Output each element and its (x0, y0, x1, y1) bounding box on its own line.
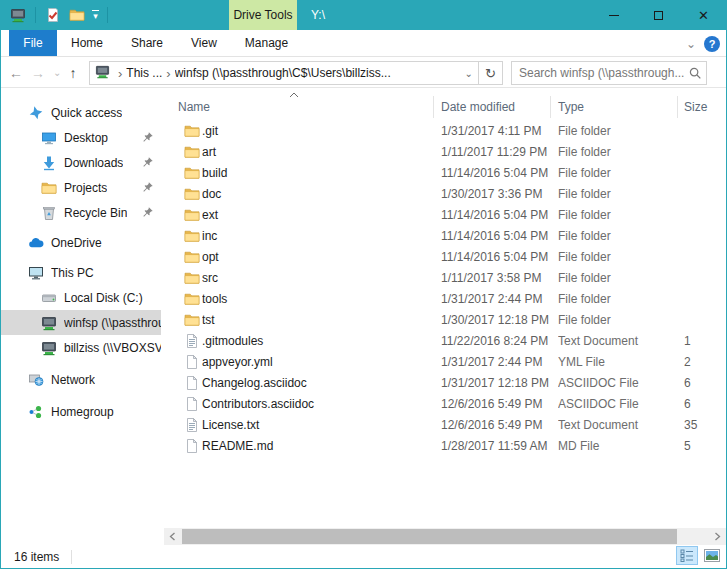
file-type-icon (184, 396, 200, 412)
column-header-size[interactable]: Size (678, 96, 727, 118)
tab-home[interactable]: Home (57, 30, 117, 56)
file-row[interactable]: build 11/14/2016 5:04 PM File folder (161, 163, 726, 184)
large-icons-view-button[interactable] (701, 546, 723, 565)
sidebar-item-local-disk-c[interactable]: Local Disk (C:) (1, 285, 161, 310)
file-type: Text Document (558, 331, 678, 352)
breadcrumb-this-pc[interactable]: This ... (126, 66, 162, 80)
column-headers: Name Date modified Type Size (161, 96, 726, 121)
sidebar-item-recycle-bin[interactable]: Recycle Bin (1, 200, 161, 225)
recycle-bin-icon (41, 205, 57, 221)
file-date-modified: 1/31/2017 2:44 PM (441, 289, 553, 310)
address-bar[interactable]: › This ... › winfsp (\\passthrough\C$\Us… (89, 61, 503, 85)
tab-file[interactable]: File (9, 30, 57, 56)
file-row[interactable]: opt 11/14/2016 5:04 PM File folder (161, 247, 726, 268)
file-size: 2 (684, 352, 724, 373)
breadcrumb-current-folder[interactable]: winfsp (\\passthrough\C$\Users\billziss.… (175, 66, 460, 80)
sidebar-item-quick-access[interactable]: Quick access (1, 100, 161, 125)
file-row[interactable]: inc 11/14/2016 5:04 PM File folder (161, 226, 726, 247)
file-row[interactable]: Contributors.asciidoc 12/6/2016 5:49 PM … (161, 394, 726, 415)
file-size (684, 289, 724, 310)
search-input[interactable] (512, 66, 684, 80)
file-type-icon (184, 249, 200, 265)
file-row[interactable]: tst 1/30/2017 12:18 PM File folder (161, 310, 726, 331)
search-icon[interactable] (684, 67, 706, 80)
scroll-left-icon[interactable] (164, 528, 181, 545)
column-header-name[interactable]: Name (161, 96, 434, 118)
file-row[interactable]: tools 1/31/2017 2:44 PM File folder (161, 289, 726, 310)
ribbon-collapse-icon[interactable]: ⌄ (686, 37, 696, 51)
sidebar-item-onedrive[interactable]: OneDrive (1, 230, 161, 255)
onedrive-cloud-icon (28, 235, 44, 251)
file-row[interactable]: art 1/11/2017 11:29 PM File folder (161, 142, 726, 163)
sidebar-item-winfsp-drive[interactable]: winfsp (\\passthrou (1, 310, 161, 335)
file-name: tools (202, 289, 432, 310)
sidebar-item-projects[interactable]: Projects (1, 175, 161, 200)
file-type-icon (184, 375, 200, 391)
file-date-modified: 1/31/2017 12:18 PM (441, 373, 553, 394)
close-button[interactable]: ✕ (681, 0, 726, 30)
file-type-icon (184, 228, 200, 244)
desktop-icon (41, 130, 57, 146)
up-icon[interactable]: ↑ (69, 65, 76, 81)
file-date-modified: 1/28/2017 11:59 AM (441, 436, 553, 457)
file-row[interactable]: Changelog.asciidoc 1/31/2017 12:18 PM AS… (161, 373, 726, 394)
new-folder-icon[interactable] (68, 6, 86, 24)
file-date-modified: 12/6/2016 5:49 PM (441, 415, 553, 436)
minimize-button[interactable] (591, 0, 636, 30)
file-date-modified: 1/11/2017 3:58 PM (441, 268, 553, 289)
back-icon[interactable]: ← (9, 65, 23, 81)
maximize-icon (654, 11, 663, 20)
breadcrumb-chevron-icon: › (162, 66, 174, 81)
file-name: src (202, 268, 432, 289)
tab-share[interactable]: Share (117, 30, 177, 56)
file-row[interactable]: src 1/11/2017 3:58 PM File folder (161, 268, 726, 289)
properties-check-icon[interactable] (44, 6, 62, 24)
file-row[interactable]: License.txt 12/6/2016 5:49 PM Text Docum… (161, 415, 726, 436)
status-separator (71, 550, 72, 564)
column-header-date-modified[interactable]: Date modified (434, 96, 551, 118)
file-size: 6 (684, 373, 724, 394)
sidebar-item-downloads[interactable]: Downloads (1, 150, 161, 175)
file-name: opt (202, 247, 432, 268)
address-dropdown-icon[interactable]: ⌄ (460, 68, 478, 79)
tab-view[interactable]: View (177, 30, 231, 56)
file-size (684, 268, 724, 289)
details-view-button[interactable] (676, 546, 698, 565)
file-type: File folder (558, 247, 678, 268)
sidebar-item-homegroup[interactable]: Homegroup (1, 399, 161, 424)
sidebar-item-network[interactable]: Network (1, 367, 161, 392)
title-bar[interactable]: ▾ Drive Tools Y:\ ✕ (1, 0, 726, 30)
maximize-button[interactable] (636, 0, 681, 30)
file-size (684, 163, 724, 184)
file-type-icon (184, 270, 200, 286)
drive-tools-contextual-tab[interactable]: Drive Tools (229, 0, 297, 30)
sidebar-item-desktop[interactable]: Desktop (1, 125, 161, 150)
file-type: File folder (558, 184, 678, 205)
file-size (684, 142, 724, 163)
file-type: File folder (558, 205, 678, 226)
file-row[interactable]: .gitmodules 11/22/2016 8:24 PM Text Docu… (161, 331, 726, 352)
file-name: Contributors.asciidoc (202, 394, 432, 415)
sidebar-item-this-pc[interactable]: This PC (1, 260, 161, 285)
tab-manage[interactable]: Manage (231, 30, 302, 56)
file-type: MD File (558, 436, 678, 457)
location-drive-icon (95, 64, 110, 82)
scroll-right-icon[interactable] (709, 528, 726, 545)
network-icon (28, 372, 44, 388)
refresh-icon[interactable]: ↻ (478, 62, 502, 84)
file-type-icon (184, 207, 200, 223)
file-size (684, 121, 724, 142)
file-row[interactable]: doc 1/30/2017 3:36 PM File folder (161, 184, 726, 205)
file-row[interactable]: README.md 1/28/2017 11:59 AM MD File 5 (161, 436, 726, 457)
sidebar-item-billziss-drive[interactable]: billziss (\\VBOXSVR) (1, 335, 161, 360)
qat-customize-dropdown-icon[interactable]: ▾ (92, 10, 99, 21)
file-row[interactable]: .git 1/31/2017 4:11 PM File folder (161, 121, 726, 142)
horizontal-scrollbar[interactable] (164, 528, 726, 545)
this-pc-icon (28, 265, 44, 281)
file-name: Changelog.asciidoc (202, 373, 432, 394)
column-header-type[interactable]: Type (551, 96, 678, 118)
file-row[interactable]: appveyor.yml 1/31/2017 2:44 PM YML File … (161, 352, 726, 373)
scrollbar-thumb[interactable] (182, 529, 677, 544)
file-row[interactable]: ext 11/14/2016 5:04 PM File folder (161, 205, 726, 226)
help-icon[interactable]: ? (704, 36, 720, 52)
